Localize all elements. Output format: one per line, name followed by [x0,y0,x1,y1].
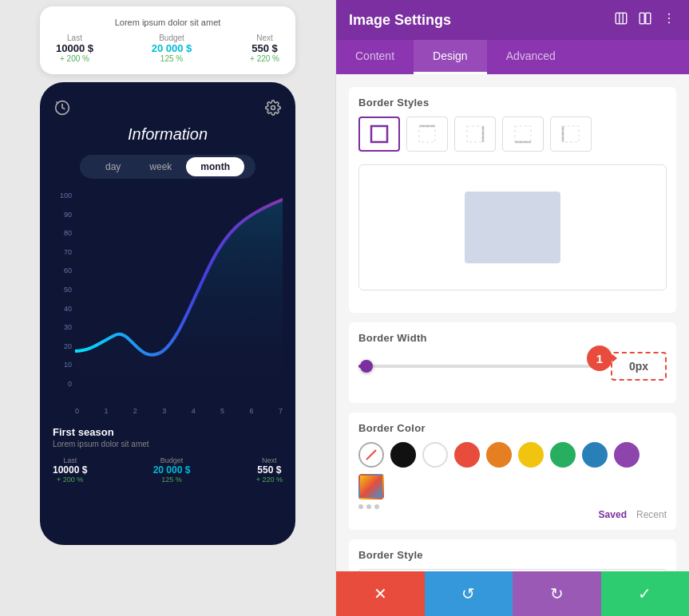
svg-rect-3 [640,13,644,24]
color-black[interactable] [390,442,416,468]
confirm-button[interactable]: ✓ [601,571,690,616]
color-transparent[interactable] [358,442,384,468]
stat-budget: Budget 20 000 $ 125 % [152,34,192,63]
stat-last: Last 10000 $ + 200 % [56,34,93,63]
stat-budget-label: Budget [152,34,192,42]
px-input-container [611,352,667,381]
svg-line-17 [366,450,376,460]
saved-recent-row: Saved Recent [358,509,667,520]
border-width-label: Border Width [358,332,667,344]
period-week[interactable]: week [135,157,186,176]
border-style-right[interactable] [454,116,496,152]
redo-button[interactable]: ↻ [513,571,601,616]
border-color-section: Border Color [349,413,676,530]
b-budget-label: Budget [153,456,191,464]
top-stats-row: Last 10000 $ + 200 % Budget 20 000 $ 125… [56,34,279,63]
border-style-section: Border Style Solid Dashed Dotted Double … [349,539,676,571]
b-last-change: + 200 % [53,476,87,484]
color-blue[interactable] [582,442,608,468]
recent-label[interactable]: Recent [636,509,667,520]
x-7: 7 [279,407,283,415]
svg-rect-8 [371,126,387,142]
color-custom[interactable] [358,474,384,500]
svg-rect-14 [515,126,531,142]
settings-tabs: Content Design Advanced [336,40,689,74]
color-yellow[interactable] [518,442,544,468]
y-label-60: 60 [53,267,72,274]
border-style-dropdown-label: Border Style [358,549,667,561]
preview-inner [465,192,560,263]
season-title: First season [53,426,283,438]
border-width-section: Border Width 1 [349,322,676,403]
history-icon[interactable] [53,98,72,117]
cancel-button[interactable]: ✕ [336,571,425,616]
settings-title: Image Settings [349,12,451,29]
b-budget-value: 20 000 $ [153,464,191,476]
expand-icon[interactable] [614,11,628,29]
redo-icon: ↻ [550,584,564,603]
slider-thumb[interactable] [360,360,373,373]
stat-next-value: 550 $ [250,42,279,54]
svg-point-6 [668,18,670,19]
color-red[interactable] [454,442,480,468]
bottom-stats-row: Last 10000 $ + 200 % Budget 20 000 $ 125… [53,456,283,484]
y-label-70: 70 [53,248,72,256]
y-label-0: 0 [53,380,72,388]
stat-budget-change: 125 % [152,54,192,63]
tab-design[interactable]: Design [414,40,487,74]
dot-1 [358,504,363,509]
border-style-all[interactable] [358,116,400,152]
svg-rect-10 [419,126,435,142]
b-next-label: Next [256,456,283,464]
settings-header: Image Settings [336,0,689,40]
top-lorem-text: Lorem ipsum dolor sit amet [56,18,279,27]
x-0: 0 [75,407,79,415]
stat-budget-value: 20 000 $ [152,42,192,54]
saved-label[interactable]: Saved [599,509,627,520]
reset-button[interactable]: ↺ [425,571,513,616]
tab-content[interactable]: Content [336,40,414,74]
settings-icon[interactable] [263,98,283,117]
color-white[interactable] [422,442,448,468]
tab-advanced[interactable]: Advanced [487,40,575,74]
period-month[interactable]: month [186,157,244,176]
period-toggle: day week month [80,155,255,179]
phone-title: Information [53,125,283,144]
period-day[interactable]: day [91,157,135,176]
stat-next-label: Next [250,34,279,42]
stat-next-change: + 220 % [250,54,279,63]
header-icons [614,11,676,29]
border-styles-label: Border Styles [358,97,667,109]
border-width-row: 1 [358,352,667,381]
border-style-top[interactable] [406,116,448,152]
b-last-label: Last [53,456,87,464]
y-label-90: 90 [53,211,72,219]
step-badge: 1 [587,346,612,371]
phone-top-icons [53,98,283,117]
border-style-left[interactable] [550,116,592,152]
y-label-80: 80 [53,229,72,237]
dot-3 [374,504,379,509]
border-width-slider[interactable] [358,365,603,368]
b-budget-change: 125 % [153,476,191,484]
border-style-bottom[interactable] [502,116,544,152]
svg-rect-12 [467,126,483,142]
columns-icon[interactable] [638,11,652,29]
settings-content: Border Styles [336,74,689,571]
svg-rect-16 [563,126,579,142]
bottom-action-bar: ✕ ↺ ↻ ✓ [336,571,689,616]
y-axis: 0 10 20 30 40 50 60 70 80 90 100 [53,192,72,391]
confirm-icon: ✓ [638,584,651,603]
color-green[interactable] [550,442,576,468]
svg-rect-2 [616,13,627,24]
more-icon[interactable] [662,11,676,29]
stat-last-change: + 200 % [56,54,93,63]
b-next-value: 550 $ [256,464,283,476]
color-purple[interactable] [614,442,640,468]
border-width-input[interactable] [611,352,667,381]
chart-svg [75,192,283,397]
color-orange[interactable] [486,442,512,468]
dot-2 [366,504,371,509]
y-label-30: 30 [53,323,72,331]
preview-box [358,164,667,290]
